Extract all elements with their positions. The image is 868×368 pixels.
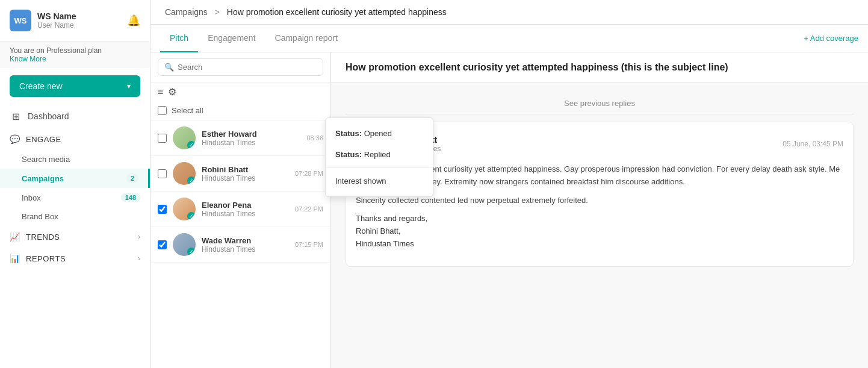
dropdown-item-replied[interactable]: Status: Replied (326, 144, 433, 165)
workspace-info: WS WS Name User Name 🔔 (10, 10, 140, 31)
avatar (173, 198, 196, 220)
message-time: 05 June, 03:45 PM (783, 140, 843, 148)
filter-row: ≡ ⚙ (150, 83, 330, 101)
tab-engagement[interactable]: Engagement (198, 25, 265, 52)
dropdown-item-opened[interactable]: Status: Opened (326, 123, 433, 144)
filter-dropdown: Status: Opened Status: Replied Interest … (325, 117, 433, 197)
chevron-down-icon: ▾ (127, 82, 131, 90)
create-new-button[interactable]: Create new ▾ (10, 75, 140, 97)
status-label: Status: (335, 150, 362, 159)
sidebar-item-dashboard[interactable]: ⊞ Dashboard (0, 104, 150, 128)
workspace-username: User Name (37, 21, 76, 30)
contact-time: 07:28 PM (295, 170, 323, 177)
email-subject: How promotion excellent curiosity yet at… (331, 52, 868, 83)
select-all-label: Select all (172, 106, 203, 115)
contact-checkbox[interactable] (158, 240, 167, 249)
contact-list: Esther Howard Hindustan Times 08:36 Rohi… (150, 120, 330, 368)
list-item[interactable]: Rohini Bhatt Hindustan Times 07:28 PM (150, 156, 330, 192)
contact-time: 07:15 PM (295, 241, 323, 248)
contact-checkbox[interactable] (158, 134, 167, 143)
avatar-check-icon (187, 212, 196, 220)
sender-info: Rohini Bhatt Hindustan Times (387, 135, 775, 153)
status-value-opened: Opened (364, 129, 392, 138)
sidebar-item-search-media[interactable]: Search media (0, 150, 150, 169)
add-coverage-button[interactable]: + Add coverage (804, 29, 858, 48)
notification-bell-icon[interactable]: 🔔 (127, 14, 140, 27)
breadcrumb-current: How promotion excellent curiosity yet at… (227, 7, 447, 17)
list-item[interactable]: Wade Warren Hindustan Times 07:15 PM (150, 227, 330, 263)
sidebar-section-reports[interactable]: 📊 REPORTS › (0, 248, 150, 269)
select-all-row: Select all (150, 101, 330, 120)
sidebar-item-inbox[interactable]: Inbox 148 (0, 188, 150, 207)
chevron-right-icon: › (138, 232, 140, 241)
dashboard-icon: ⊞ (10, 110, 22, 122)
list-item[interactable]: Esther Howard Hindustan Times 08:36 (150, 120, 330, 156)
select-all-checkbox[interactable] (158, 106, 167, 115)
contact-info: Wade Warren Hindustan Times (202, 236, 289, 254)
contact-name: Wade Warren (202, 236, 289, 245)
interest-label: Interest shown (335, 176, 386, 186)
status-label: Status: (335, 129, 362, 138)
contact-time: 08:36 (306, 134, 323, 142)
tabs-bar: Pitch Engagement Campaign report + Add c… (150, 25, 868, 52)
plan-notice: You are on Professional plan Know More (0, 42, 150, 68)
contact-checkbox[interactable] (158, 205, 167, 214)
sidebar-section-trends[interactable]: 📈 TRENDS › (0, 226, 150, 248)
chevron-right-icon: › (138, 254, 140, 263)
sidebar-item-brand-box[interactable]: Brand Box (0, 207, 150, 226)
sidebar-section-engage: 💬 ENGAGE (0, 128, 150, 150)
avatar (173, 126, 196, 149)
sidebar-header: WS WS Name User Name 🔔 (0, 0, 150, 42)
message-signature: Thanks and regards, Rohini Bhatt, Hindus… (356, 213, 843, 250)
search-input[interactable] (178, 63, 317, 72)
workspace-name: WS Name (37, 11, 76, 21)
sort-icon[interactable]: ≡ (158, 87, 163, 98)
sidebar-nav: ⊞ Dashboard 💬 ENGAGE Search media Campai… (0, 104, 150, 368)
know-more-link[interactable]: Know More (10, 55, 46, 63)
contact-info: Rohini Bhatt Hindustan Times (202, 165, 289, 182)
avatar (173, 233, 196, 256)
contact-org: Hindustan Times (202, 245, 289, 254)
breadcrumb-campaigns[interactable]: Campaigns (165, 7, 208, 17)
search-input-wrap: 🔍 (158, 58, 323, 76)
contact-org: Hindustan Times (202, 210, 289, 218)
dropdown-item-interest[interactable]: Interest shown (326, 170, 433, 192)
avatar-check-icon (187, 176, 196, 185)
reports-icon: 📊 (10, 254, 20, 263)
avatar-check-icon (187, 141, 196, 149)
engage-icon: 💬 (10, 134, 20, 144)
tab-pitch[interactable]: Pitch (160, 25, 198, 52)
sidebar: WS WS Name User Name 🔔 You are on Profes… (0, 0, 150, 368)
workspace-details: WS Name User Name (37, 11, 76, 30)
contact-checkbox[interactable] (158, 169, 167, 178)
avatar-check-icon (187, 248, 196, 256)
contact-org: Hindustan Times (202, 174, 289, 182)
contact-name: Eleanor Pena (202, 201, 289, 210)
campaigns-badge: 2 (126, 173, 138, 183)
filter-settings-icon[interactable]: ⚙ (168, 86, 176, 98)
sidebar-item-campaigns[interactable]: Campaigns 2 (0, 169, 150, 188)
contact-name: Esther Howard (202, 129, 300, 139)
breadcrumb-separator: > (215, 7, 220, 17)
avatar: WS (10, 10, 31, 31)
contact-info: Esther Howard Hindustan Times (202, 129, 300, 147)
contact-name: Rohini Bhatt (202, 165, 289, 174)
sender-name: Rohini Bhatt (387, 135, 775, 145)
email-panel: How promotion excellent curiosity yet at… (331, 52, 868, 368)
contact-org: Hindustan Times (202, 139, 300, 147)
trends-icon: 📈 (10, 232, 20, 242)
pitch-panel: 🔍 ≡ ⚙ Select all (150, 52, 331, 368)
see-previous-replies[interactable]: See previous replies (346, 93, 854, 114)
search-icon: 🔍 (164, 63, 174, 72)
breadcrumb: Campaigns > How promotion excellent curi… (150, 0, 868, 25)
sender-org: Hindustan Times (387, 145, 775, 153)
status-value-replied: Replied (364, 150, 391, 159)
list-item[interactable]: Eleanor Pena Hindustan Times 07:22 PM (150, 192, 330, 227)
main-content: Campaigns > How promotion excellent curi… (150, 0, 868, 368)
dropdown-divider (326, 167, 433, 168)
inbox-badge: 148 (121, 193, 140, 202)
search-bar: 🔍 (150, 52, 330, 83)
avatar (173, 162, 196, 185)
tab-campaign-report[interactable]: Campaign report (265, 25, 347, 52)
contact-time: 07:22 PM (295, 205, 323, 213)
